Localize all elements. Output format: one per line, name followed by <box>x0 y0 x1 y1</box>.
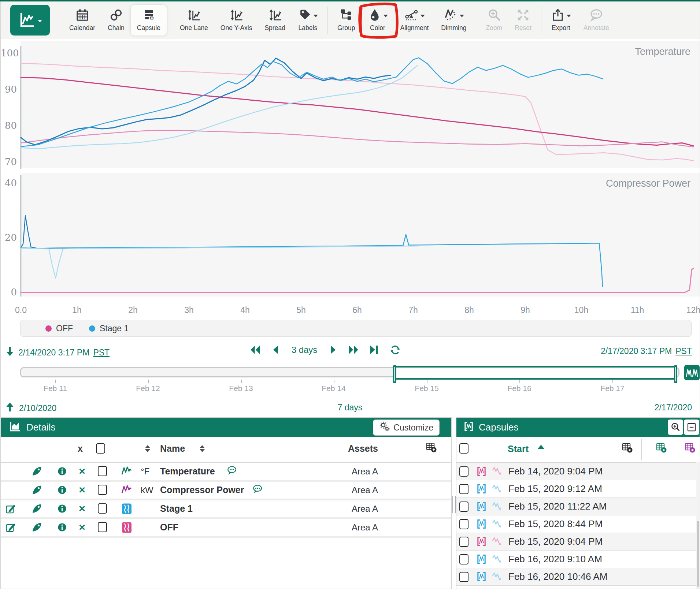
item-name[interactable]: Compressor Power <box>160 485 244 495</box>
capsule-checkbox[interactable] <box>459 466 468 477</box>
capsule-row[interactable]: Feb 16, 2020 9:10 AM <box>456 551 700 568</box>
toolbar-button-dimming[interactable]: Dimming <box>435 5 473 36</box>
asset-label[interactable]: Area A <box>352 485 378 495</box>
capsule-row[interactable]: Feb 16, 2020 10:46 AM <box>456 568 700 586</box>
assets-column-header[interactable]: Assets <box>348 443 378 454</box>
timezone-link[interactable]: PST <box>93 348 110 358</box>
capsule-row[interactable]: Feb 15, 2020 9:04 PM <box>456 533 700 551</box>
slider-selection[interactable] <box>394 366 677 380</box>
toolbar-button-annotate[interactable]: Annotate <box>577 5 615 36</box>
remove-button[interactable]: ✕ <box>78 466 86 477</box>
select-all-checkbox[interactable] <box>96 443 105 454</box>
display-range-end-text[interactable]: 2/17/2020 3:17 PM <box>601 346 672 356</box>
add-column-button[interactable] <box>621 442 633 455</box>
step-back-button[interactable] <box>271 345 282 355</box>
asset-label[interactable]: Area A <box>352 504 378 514</box>
display-range-start-text[interactable]: 2/14/2020 3:17 PM <box>18 348 89 358</box>
customize-button[interactable]: Customize <box>373 420 440 436</box>
toolbar-button-labels[interactable]: Labels <box>292 5 324 36</box>
sort-toggle[interactable] <box>200 445 205 452</box>
edit-button[interactable] <box>5 503 16 516</box>
toolbar-button-export[interactable]: Export <box>545 5 577 36</box>
edit-button[interactable] <box>5 522 16 534</box>
toolbar-button-zoom[interactable]: Zoom <box>479 5 508 36</box>
capsule-start-time[interactable]: Feb 15, 2020 9:04 PM <box>508 536 603 547</box>
capsule-checkbox[interactable] <box>459 554 468 564</box>
capsule-start-time[interactable]: Feb 16, 2020 10:46 AM <box>508 571 607 582</box>
toolbar-button-one-lane[interactable]: One Lane <box>174 5 214 36</box>
row-checkbox[interactable] <box>98 466 107 476</box>
step-forward-large-button[interactable] <box>348 345 359 355</box>
toolbar-button-chain[interactable]: Chain <box>101 5 131 36</box>
timezone-link[interactable]: PST <box>675 346 692 356</box>
annotate-button[interactable] <box>227 465 238 478</box>
step-to-end-button[interactable] <box>369 345 380 355</box>
item-name[interactable]: Stage 1 <box>160 503 193 514</box>
asset-label[interactable]: Area A <box>352 466 378 477</box>
capsule-row[interactable]: Feb 15, 2020 11:22 AM <box>456 498 700 515</box>
toolbar-button-group[interactable]: Group <box>331 5 362 36</box>
trend-chart[interactable]: 100908070Temperature40200Compressor Powe… <box>0 39 700 319</box>
info-button[interactable] <box>57 485 67 496</box>
row-checkbox[interactable] <box>98 485 107 495</box>
details-row[interactable]: ✕ °F Temperature Area A <box>0 463 451 482</box>
capsule-start-time[interactable]: Feb 15, 2020 9:12 AM <box>508 483 602 495</box>
remove-button[interactable]: ✕ <box>78 485 86 495</box>
start-column-header[interactable]: Start <box>508 444 529 454</box>
toolbar-button-alignment[interactable]: Alignment <box>394 5 435 36</box>
details-row[interactable]: ✕ Stage 1 Area A <box>0 500 451 519</box>
panel-splitter[interactable] <box>452 417 456 589</box>
legend-item[interactable]: Stage 1 <box>89 324 129 333</box>
capsule-start-time[interactable]: Feb 15, 2020 11:22 AM <box>508 501 607 512</box>
display-range-start[interactable]: 2/14/2020 3:17 PM PST <box>5 346 110 359</box>
annotate-button[interactable] <box>252 484 263 496</box>
add-stat-column-green-button[interactable] <box>655 442 667 455</box>
sort-toggle[interactable] <box>145 445 150 452</box>
info-button[interactable] <box>57 466 67 478</box>
capsule-row[interactable]: Feb 14, 2020 9:04 PM <box>456 463 700 480</box>
pin-button[interactable] <box>31 466 42 479</box>
splitter-grip-icon[interactable] <box>452 496 456 513</box>
row-checkbox[interactable] <box>98 522 107 532</box>
toolbar-button-color[interactable]: Color <box>362 5 394 36</box>
capsule-row[interactable] <box>456 586 700 589</box>
display-range-end[interactable]: 2/17/2020 3:17 PM PST <box>601 346 692 356</box>
capsule-checkbox[interactable] <box>459 502 468 512</box>
select-all-capsules-checkbox[interactable] <box>459 443 468 454</box>
capsule-start-time[interactable]: Feb 14, 2020 9:04 PM <box>508 466 603 477</box>
toolbar-button-spread[interactable]: Spread <box>258 5 291 36</box>
zoom-to-capsule-button[interactable] <box>668 420 683 435</box>
details-row[interactable]: ✕ OFF Area A <box>0 519 451 538</box>
range-duration-label[interactable]: 3 days <box>292 345 318 355</box>
capsule-start-time[interactable]: Feb 16, 2020 9:10 AM <box>508 553 602 565</box>
capsule-checkbox[interactable] <box>459 484 468 494</box>
name-column-header[interactable]: Name <box>160 443 185 454</box>
investigate-duration[interactable]: 7 days <box>0 403 700 413</box>
step-forward-button[interactable] <box>327 345 338 355</box>
info-button[interactable] <box>57 522 67 534</box>
item-name[interactable]: OFF <box>160 522 178 533</box>
details-row[interactable]: ✕ kW Compressor Power Area A <box>0 482 451 500</box>
capsules-scrollbar[interactable] <box>696 462 700 589</box>
worksheet-view-dropdown[interactable] <box>10 5 50 36</box>
lane-temperature[interactable] <box>18 41 700 171</box>
capsule-checkbox[interactable] <box>459 519 468 529</box>
capsule-time-button[interactable] <box>684 365 700 380</box>
remove-button[interactable]: ✕ <box>78 522 86 533</box>
capsule-checkbox[interactable] <box>459 572 468 582</box>
lane-power[interactable] <box>18 173 700 300</box>
row-checkbox[interactable] <box>98 503 107 514</box>
capsule-row[interactable]: Feb 15, 2020 8:44 PM <box>456 515 700 533</box>
investigate-end-date[interactable]: 2/17/2020 <box>655 403 692 413</box>
scrollbar-thumb[interactable] <box>697 521 699 587</box>
capsule-row[interactable]: Feb 15, 2020 9:12 AM <box>456 480 700 498</box>
slider-handle-left[interactable] <box>393 365 396 383</box>
toolbar-button-calendar[interactable]: Calendar <box>63 5 101 36</box>
add-stat-column-magenta-button[interactable] <box>684 442 696 455</box>
item-name[interactable]: Temperature <box>160 466 215 477</box>
step-back-large-button[interactable] <box>250 345 261 355</box>
toolbar-button-reset[interactable]: Reset <box>508 5 538 36</box>
toolbar-button-one-y-axis[interactable]: One Y-Axis <box>214 5 259 36</box>
capsule-start-time[interactable]: Feb 15, 2020 8:44 PM <box>508 518 603 530</box>
refresh-button[interactable] <box>390 345 401 355</box>
